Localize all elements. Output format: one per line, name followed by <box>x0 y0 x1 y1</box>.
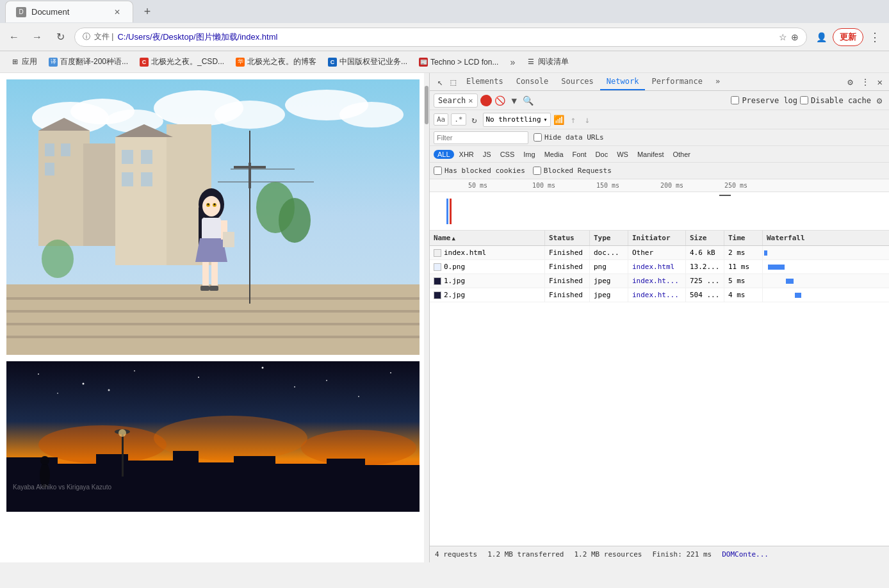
th-time[interactable]: Time <box>724 231 763 245</box>
throttle-selector[interactable]: No throttling ▾ <box>483 113 551 127</box>
preserve-log-checkbox[interactable]: Preserve log <box>731 96 797 105</box>
update-button[interactable]: 更新 <box>833 28 863 46</box>
bookmark-techno[interactable]: 📰 Techno > LCD fon... <box>414 55 503 69</box>
type-btn-xhr[interactable]: XHR <box>455 150 478 159</box>
search-box[interactable]: Search ✕ <box>434 94 478 108</box>
tab-elements[interactable]: Elements <box>460 73 510 90</box>
type-btn-img[interactable]: Img <box>519 150 539 159</box>
clear-button[interactable]: 🚫 <box>494 95 506 106</box>
type-btn-manifest[interactable]: Manifest <box>633 150 668 159</box>
gear-button[interactable]: ⚙ <box>874 95 885 106</box>
tab-more[interactable]: » <box>709 73 726 90</box>
blocked-cookies-input[interactable] <box>434 167 442 175</box>
page-content: Kayaba Akihiko vs Kirigaya Kazuto <box>0 73 429 562</box>
bookmark-readlist[interactable]: ☰ 阅读清单 <box>521 54 574 70</box>
close-devtools-icon[interactable]: ✕ <box>875 77 885 87</box>
hide-data-urls-checkbox[interactable]: Hide data URLs <box>534 133 604 142</box>
back-button[interactable]: ← <box>5 28 23 46</box>
svg-point-77 <box>40 456 49 465</box>
download-icon[interactable]: ↓ <box>582 114 593 126</box>
cursor-icon[interactable]: ↖ <box>434 77 446 87</box>
preserve-log-input[interactable] <box>731 96 739 104</box>
type-btn-js[interactable]: JS <box>479 150 495 159</box>
tab-close-icon[interactable]: ✕ <box>112 7 122 17</box>
th-size[interactable]: Size <box>686 231 724 245</box>
bookmark-copyright[interactable]: C 中国版权登记业务... <box>323 54 412 70</box>
upload-icon[interactable]: ↑ <box>567 114 579 126</box>
filter-input[interactable] <box>434 131 528 144</box>
type-btn-all[interactable]: ALL <box>434 150 454 159</box>
blocked-requests-input[interactable] <box>533 167 541 175</box>
disable-cache-checkbox[interactable]: Disable cache <box>800 96 871 105</box>
has-blocked-cookies[interactable]: Has blocked cookies <box>434 167 525 175</box>
resources-size: 1.2 MB resources <box>574 550 642 559</box>
hide-data-urls-input[interactable] <box>534 133 542 142</box>
table-row[interactable]: index.html Finished doc... Other 4.6 kB … <box>430 246 889 260</box>
table-row[interactable]: 2.jpg Finished jpeg index.ht... 504 ... … <box>430 288 889 302</box>
forward-button[interactable]: → <box>28 28 46 46</box>
mobile-icon[interactable]: ⬚ <box>446 77 459 87</box>
address-text[interactable]: C:/Users/夜/Desktop/图片懒加载/index.html <box>117 31 775 43</box>
tab-sources[interactable]: Sources <box>555 73 600 90</box>
translate-icon[interactable]: ⊕ <box>791 32 799 42</box>
search-close-icon[interactable]: ✕ <box>468 96 473 105</box>
timeline-mark-200: 200 ms <box>660 182 683 189</box>
table-header: Name ▲ Status Type Initiator Size Time W… <box>430 231 889 246</box>
blocked-requests[interactable]: Blocked Requests <box>533 167 612 175</box>
wifi-icon[interactable]: 📶 <box>553 114 565 126</box>
settings-icon[interactable]: ⚙ <box>845 77 855 87</box>
svg-rect-21 <box>6 284 420 355</box>
td-time: 2 ms <box>724 246 763 259</box>
devtools-tab-bar: ↖ ⬚ Elements Console Sources Network Per… <box>430 73 889 91</box>
bookmark-apps[interactable]: ⊞ 应用 <box>5 54 42 70</box>
bookmark-csd1[interactable]: C 北极光之夜。_CSD... <box>135 54 229 70</box>
th-type[interactable]: Type <box>590 231 628 245</box>
svg-rect-15 <box>61 143 70 156</box>
new-tab-btn[interactable]: + <box>138 3 156 20</box>
tab-performance[interactable]: Performance <box>645 73 708 90</box>
waterfall-bar <box>786 279 794 284</box>
menu-icon[interactable]: ⋮ <box>866 28 884 46</box>
svg-point-52 <box>83 383 85 385</box>
star-icon[interactable]: ☆ <box>779 32 787 42</box>
font-size-button[interactable]: Aa <box>434 113 448 126</box>
table-row[interactable]: 0.png Finished png index.html 13.2... 11… <box>430 260 889 274</box>
record-button[interactable] <box>480 95 492 106</box>
bookmark-label: 阅读清单 <box>538 56 569 67</box>
regex-button[interactable]: .* <box>451 113 466 126</box>
page-scrollbar-thumb[interactable] <box>425 86 428 124</box>
th-initiator[interactable]: Initiator <box>628 231 686 245</box>
bookmark-blog[interactable]: 华 北极光之夜。的博客 <box>231 54 322 70</box>
timeline-bar-area <box>430 192 889 230</box>
search-toggle-icon[interactable]: 🔍 <box>523 95 534 106</box>
disable-cache-input[interactable] <box>800 96 808 104</box>
dom-content-link[interactable]: DOMConte... <box>722 550 769 559</box>
reload-button[interactable]: ↻ <box>51 28 69 46</box>
th-status[interactable]: Status <box>545 231 590 245</box>
table-row[interactable]: 1.jpg Finished jpeg index.ht... 725 ... … <box>430 274 889 288</box>
profile-icon[interactable]: 👤 <box>812 28 830 46</box>
bookmark-more[interactable]: » <box>505 54 520 70</box>
th-waterfall[interactable]: Waterfall <box>763 231 889 245</box>
bookmarks-bar: ⊞ 应用 译 百度翻译-200种语... C 北极光之夜。_CSD... 华 北… <box>0 51 889 73</box>
address-box[interactable]: ⓘ 文件 | C:/Users/夜/Desktop/图片懒加载/index.ht… <box>74 28 807 47</box>
browser-actions: 👤 更新 ⋮ <box>812 28 884 46</box>
anime-scene-2: Kayaba Akihiko vs Kirigaya Kazuto <box>6 361 420 512</box>
th-name[interactable]: Name ▲ <box>430 231 545 245</box>
throttle-value: No throttling <box>486 115 541 124</box>
browser-tab[interactable]: D Document ✕ <box>5 1 133 22</box>
page-scrollbar[interactable] <box>424 73 429 562</box>
type-btn-css[interactable]: CSS <box>496 150 519 159</box>
type-btn-ws[interactable]: WS <box>613 150 632 159</box>
type-btn-doc[interactable]: Doc <box>592 150 612 159</box>
tab-console[interactable]: Console <box>510 73 555 90</box>
bookmark-label: 北极光之夜。的博客 <box>247 56 316 67</box>
tab-network[interactable]: Network <box>600 73 646 90</box>
type-btn-other[interactable]: Other <box>669 150 694 159</box>
type-btn-media[interactable]: Media <box>541 150 567 159</box>
bookmark-baidu[interactable]: 译 百度翻译-200种语... <box>44 54 133 70</box>
type-btn-font[interactable]: Font <box>569 150 591 159</box>
more-icon[interactable]: ⋮ <box>858 77 872 87</box>
filter-icon[interactable]: ▼ <box>509 95 520 106</box>
refresh-icon[interactable]: ↻ <box>469 114 480 126</box>
